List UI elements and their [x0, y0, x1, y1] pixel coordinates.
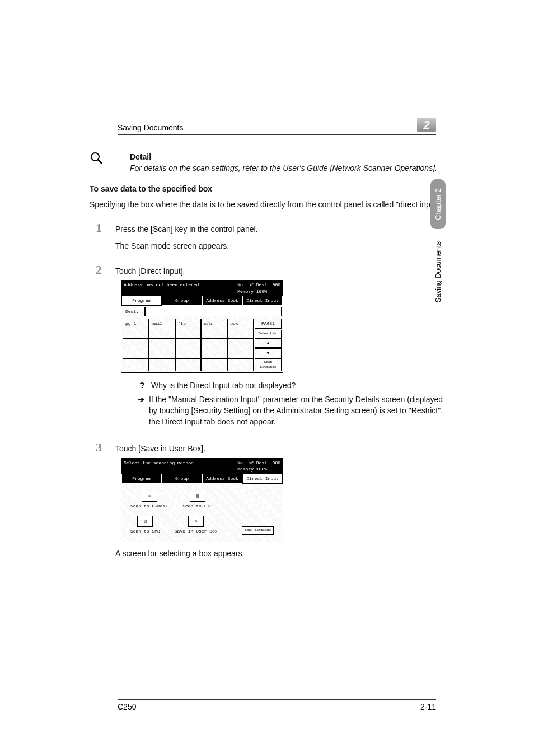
envelope-icon: ✉ [142, 491, 157, 502]
arrow-right-icon: ➔ [138, 394, 144, 405]
tab-group: Group [162, 296, 202, 306]
dest-count-label: No. of Dest. [237, 460, 270, 465]
step-number: 2 [90, 261, 102, 279]
question-icon: ? [138, 380, 147, 391]
step-2: 2 Touch [Direct Input]. Address has not … [90, 261, 444, 430]
page-label: PAGE1 [255, 319, 282, 329]
detail-callout: Detail For details on the scan settings,… [90, 151, 444, 174]
up-arrow-icon: ▲ [255, 338, 282, 348]
qa-answer: If the "Manual Destination Input" parame… [149, 394, 444, 428]
cell-smb: smb [201, 319, 227, 338]
cell-pg1: pg_1 [123, 319, 149, 338]
magnifier-icon [90, 151, 103, 165]
memory-label: Memory [237, 466, 254, 472]
qa-block: ? Why is the Direct Input tab not displa… [138, 380, 444, 427]
detail-body: For details on the scan settings, refer … [130, 162, 437, 174]
save-in-user-box-button: ◇ Save in User Box [175, 516, 218, 535]
step-subtext: The Scan mode screen appears. [115, 240, 444, 251]
step-text: Touch [Save in User Box]. [115, 443, 444, 454]
scan-to-email-button: ✉ Scan to E-Mail [130, 491, 168, 510]
scan-to-smb-button: ▤ Scan to SMB [130, 516, 160, 535]
step-after-text: A screen for selecting a box appears. [115, 548, 444, 559]
running-header: Saving Documents 2 [118, 118, 436, 135]
side-section-label: Saving Documents [434, 241, 442, 302]
running-title: Saving Documents [118, 123, 184, 132]
side-chapter-label: Chapter 2 [430, 179, 446, 229]
tab-group: Group [162, 474, 202, 484]
scan-settings-button: Scan Settings [255, 358, 282, 371]
qa-question: Why is the Direct Input tab not displaye… [151, 380, 296, 391]
dest-label: Dest. [123, 307, 145, 317]
dest-count: 000 [273, 460, 280, 465]
content-area: Detail For details on the scan settings,… [90, 151, 444, 559]
memory-label: Memory [237, 289, 254, 294]
ftp-icon: ▥ [190, 491, 205, 502]
intro-paragraph: Specifying the box where the data is to … [90, 199, 444, 210]
svg-point-0 [91, 153, 99, 161]
control-panel-screenshot-2: Select the scanning method. No. of Dest.… [121, 458, 283, 542]
icon-label: Scan to SMB [130, 528, 160, 535]
icon-label: Scan to FTP [182, 503, 212, 510]
panel-status: Address has not been entered. [124, 282, 202, 295]
smb-icon: ▤ [137, 516, 153, 527]
control-panel-screenshot-1: Address has not been entered. No. of Des… [121, 280, 283, 373]
memory-value: 100% [256, 466, 267, 472]
icon-label: Save in User Box [175, 528, 218, 535]
step-number: 1 [90, 219, 102, 237]
scan-to-ftp-button: ▥ Scan to FTP [182, 491, 212, 510]
cell-ftp: ftp [175, 319, 202, 338]
tab-direct-input: Direct Input [242, 474, 283, 484]
scan-settings-button: Scan Settings [242, 526, 274, 535]
footer-page-number: 2-11 [420, 702, 436, 711]
icon-label: Scan to E-Mail [130, 503, 168, 510]
step-text: Touch [Direct Input]. [115, 265, 444, 277]
tab-direct-input: Direct Input [242, 296, 283, 306]
tab-program: Program [121, 296, 162, 306]
page-footer: C250 2-11 [118, 699, 436, 711]
step-number: 3 [90, 438, 102, 456]
side-tab: Chapter 2 Saving Documents [430, 179, 446, 302]
svg-line-1 [98, 160, 102, 164]
panel-status: Select the scanning method. [124, 460, 196, 473]
dest-count: 000 [273, 282, 280, 287]
footer-model: C250 [118, 702, 136, 711]
dest-count-label: No. of Dest. [237, 282, 270, 287]
chapter-number-badge: 2 [417, 118, 436, 132]
memory-value: 100% [256, 289, 267, 294]
tab-address-book: Address Book [202, 474, 242, 484]
index-button: Index List [255, 330, 282, 338]
down-arrow-icon: ▼ [255, 348, 282, 358]
tab-address-book: Address Book [202, 296, 242, 306]
box-icon: ◇ [188, 516, 204, 527]
step-3: 3 Touch [Save in User Box]. Select the s… [90, 438, 444, 559]
document-page: Saving Documents 2 Chapter 2 Saving Docu… [0, 0, 534, 756]
subsection-heading: To save data to the specified box [90, 183, 444, 194]
cell-mail: mail [149, 319, 175, 338]
step-text: Press the [Scan] key in the control pane… [115, 223, 444, 235]
tab-program: Program [121, 474, 162, 484]
cell-box: box [227, 319, 254, 338]
step-1: 1 Press the [Scan] key in the control pa… [90, 219, 444, 252]
detail-heading: Detail [130, 151, 437, 162]
